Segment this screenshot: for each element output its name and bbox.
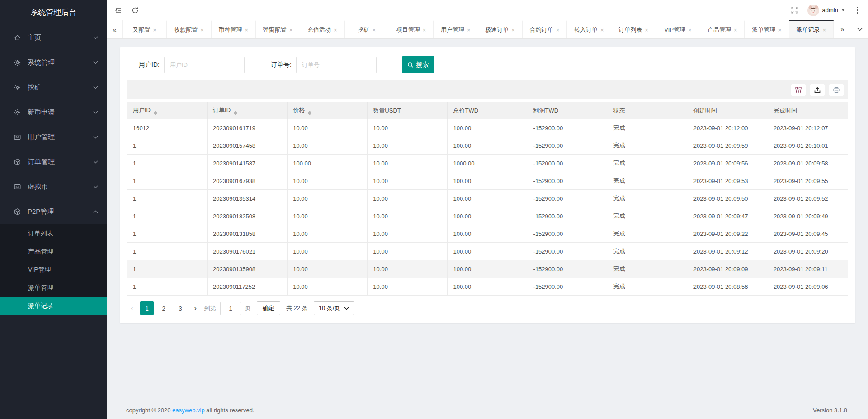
search-button-label: 搜索 bbox=[416, 61, 429, 69]
tab-close-icon[interactable]: × bbox=[734, 27, 737, 33]
columns-filter-button[interactable] bbox=[791, 84, 806, 96]
tab[interactable]: 又配置 × bbox=[123, 20, 167, 38]
order-no-input[interactable] bbox=[296, 57, 377, 73]
goto-confirm-button[interactable]: 确定 bbox=[257, 301, 280, 315]
table-row[interactable]: 1 2023090131858 10.00 10.00 100.00 -1529… bbox=[127, 225, 848, 243]
page-number-button[interactable]: 3 bbox=[174, 301, 187, 315]
tab-label: 派单管理 bbox=[752, 26, 775, 34]
tab-close-icon[interactable]: × bbox=[467, 27, 471, 33]
column-label: 利润TWD bbox=[533, 107, 559, 114]
table-row[interactable]: 1 2023090157458 10.00 10.00 100.00 -1529… bbox=[127, 137, 848, 155]
sidebar-item-system[interactable]: 系统管理 bbox=[0, 50, 107, 75]
tab-close-icon[interactable]: × bbox=[334, 27, 337, 33]
tab[interactable]: 订单列表 × bbox=[611, 20, 656, 38]
sort-icon[interactable] bbox=[234, 111, 237, 115]
tab-close-icon[interactable]: × bbox=[778, 27, 782, 33]
tab[interactable]: 派单管理 × bbox=[745, 20, 789, 38]
goto-page-input[interactable] bbox=[220, 302, 241, 315]
print-button[interactable] bbox=[829, 84, 844, 96]
cell-profit-twd: -152900.00 bbox=[528, 260, 608, 278]
users-icon bbox=[14, 133, 21, 141]
user-menu[interactable]: admin bbox=[807, 5, 845, 16]
sidebar-item-orders[interactable]: 订单管理 bbox=[0, 150, 107, 174]
tab[interactable]: VIP管理 × bbox=[656, 20, 700, 38]
tab[interactable]: 产品管理 × bbox=[700, 20, 745, 38]
table-row[interactable]: 16012 2023090161719 10.00 10.00 100.00 -… bbox=[127, 119, 848, 137]
tab[interactable]: 合约订单 × bbox=[523, 20, 567, 38]
tabs-menu-button[interactable] bbox=[851, 20, 868, 38]
cell-profit-twd: -152900.00 bbox=[528, 137, 608, 155]
tab[interactable]: 收款配置 × bbox=[167, 20, 211, 38]
fullscreen-button[interactable] bbox=[791, 6, 798, 14]
tab[interactable]: 极速订单 × bbox=[478, 20, 523, 38]
sort-icon[interactable] bbox=[154, 111, 157, 115]
tab-close-icon[interactable]: × bbox=[645, 27, 648, 33]
table-row[interactable]: 1 2023090135908 10.00 10.00 100.00 -1529… bbox=[127, 260, 848, 278]
tab[interactable]: 用户管理 × bbox=[434, 20, 478, 38]
cell-price: 10.00 bbox=[288, 207, 368, 225]
export-button[interactable] bbox=[810, 84, 825, 96]
tab-close-icon[interactable]: × bbox=[688, 27, 692, 33]
gear-icon bbox=[14, 59, 21, 66]
collapse-sidebar-button[interactable] bbox=[114, 7, 123, 14]
chevron-down-icon bbox=[344, 307, 349, 310]
sidebar-item-virtual-coin[interactable]: 虚拟币 bbox=[0, 174, 107, 199]
sidebar-submenu-item[interactable]: 产品管理 bbox=[0, 242, 107, 260]
easyweb-link[interactable]: easyweb.vip bbox=[172, 407, 205, 414]
cell-status: 完成 bbox=[608, 243, 688, 260]
tab-close-icon[interactable]: × bbox=[823, 27, 826, 33]
tab[interactable]: 挖矿 × bbox=[345, 20, 389, 38]
table-row[interactable]: 1 2023090117252 10.00 10.00 100.00 -1529… bbox=[127, 278, 848, 296]
refresh-button[interactable] bbox=[132, 7, 139, 14]
sidebar-item-home[interactable]: 主页 bbox=[0, 25, 107, 50]
cell-order-id: 2023090182508 bbox=[208, 207, 288, 225]
sidebar-submenu-item[interactable]: 订单列表 bbox=[0, 224, 107, 242]
tab[interactable]: 派单记录 × bbox=[789, 20, 834, 38]
next-page-button[interactable]: › bbox=[190, 301, 200, 315]
sidebar-submenu-item[interactable]: 派单管理 bbox=[0, 278, 107, 297]
sidebar-item-users[interactable]: 用户管理 bbox=[0, 125, 107, 150]
sidebar-submenu-item[interactable]: VIP管理 bbox=[0, 260, 107, 278]
column-label: 状态 bbox=[613, 107, 625, 114]
prev-page-button[interactable]: ‹ bbox=[127, 301, 137, 315]
cell-total-twd: 100.00 bbox=[448, 137, 528, 155]
sidebar-submenu-item[interactable]: 派单记录 bbox=[0, 297, 107, 315]
tab-close-icon[interactable]: × bbox=[511, 27, 515, 33]
tab-close-icon[interactable]: × bbox=[153, 27, 156, 33]
sort-icon[interactable] bbox=[308, 111, 311, 115]
tab-close-icon[interactable]: × bbox=[600, 27, 604, 33]
tab[interactable]: 项目管理 × bbox=[389, 20, 434, 38]
tab-close-icon[interactable]: × bbox=[245, 27, 248, 33]
tab-label: 又配置 bbox=[132, 26, 150, 34]
sidebar-item-mining[interactable]: 挖矿 bbox=[0, 75, 107, 100]
tabs-scroll-left-button[interactable]: « bbox=[107, 20, 123, 38]
chevron-down-icon bbox=[93, 160, 98, 164]
page-size-select[interactable]: 10 条/页 bbox=[314, 301, 354, 315]
export-icon bbox=[814, 86, 821, 94]
sidebar-item-p2p[interactable]: P2P管理 bbox=[0, 199, 107, 224]
search-button[interactable]: 搜索 bbox=[402, 56, 434, 73]
page-number-button[interactable]: 1 bbox=[140, 301, 154, 315]
tab-close-icon[interactable]: × bbox=[556, 27, 560, 33]
cell-status: 完成 bbox=[608, 119, 688, 137]
chevron-down-icon bbox=[93, 61, 98, 64]
tab[interactable]: 币种管理 × bbox=[212, 20, 256, 38]
avatar bbox=[807, 5, 819, 16]
table-row[interactable]: 1 2023090176021 10.00 10.00 100.00 -1529… bbox=[127, 243, 848, 260]
table-row[interactable]: 1 2023090135314 10.00 10.00 100.00 -1529… bbox=[127, 190, 848, 207]
tab[interactable]: 转入订单 × bbox=[567, 20, 611, 38]
tab-close-icon[interactable]: × bbox=[423, 27, 426, 33]
user-id-input[interactable] bbox=[164, 57, 245, 73]
tabs-scroll-right-button[interactable]: » bbox=[834, 20, 851, 38]
table-row[interactable]: 1 2023090141587 100.00 10.00 1000.00 -15… bbox=[127, 155, 848, 172]
table-row[interactable]: 1 2023090167938 10.00 10.00 100.00 -1529… bbox=[127, 172, 848, 190]
more-options-button[interactable] bbox=[854, 5, 861, 15]
page-number-button[interactable]: 2 bbox=[157, 301, 170, 315]
tab-close-icon[interactable]: × bbox=[200, 27, 204, 33]
sidebar-item-new-coin[interactable]: 新币申请 bbox=[0, 100, 107, 125]
tab-close-icon[interactable]: × bbox=[372, 27, 376, 33]
table-row[interactable]: 1 2023090182508 10.00 10.00 100.00 -1529… bbox=[127, 207, 848, 225]
tab-close-icon[interactable]: × bbox=[289, 27, 293, 33]
tab[interactable]: 弹窗配置 × bbox=[256, 20, 300, 38]
tab[interactable]: 充值活动 × bbox=[300, 20, 344, 38]
